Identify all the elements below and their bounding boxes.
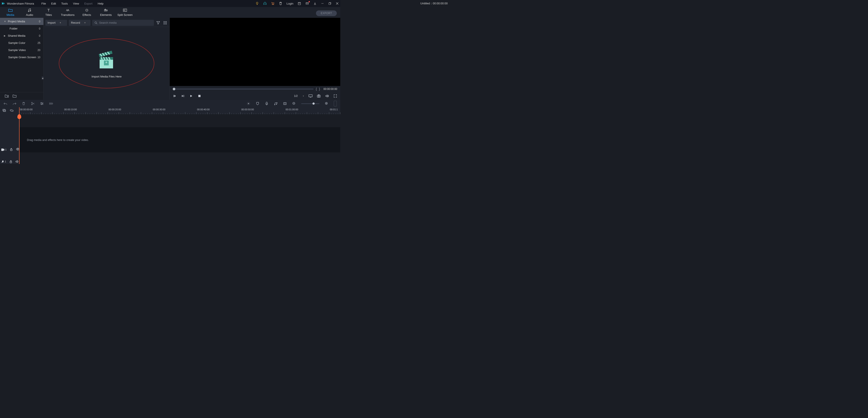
menu-file[interactable]: File xyxy=(39,1,48,6)
audio-track[interactable] xyxy=(19,152,340,161)
window-close-button[interactable] xyxy=(336,2,339,5)
ruler-mark: 00:00:40:00 xyxy=(197,108,210,111)
filter-icon[interactable] xyxy=(156,20,161,25)
step-back-icon[interactable] xyxy=(173,94,177,98)
menu-edit[interactable]: Edit xyxy=(49,1,58,6)
svg-rect-47 xyxy=(3,110,6,112)
link-icon[interactable] xyxy=(10,109,13,113)
voiceover-mic-icon[interactable] xyxy=(265,101,269,106)
delete-icon[interactable] xyxy=(22,101,26,106)
trash-icon[interactable] xyxy=(279,2,282,5)
tab-transitions[interactable]: Transitions xyxy=(59,8,76,18)
video-track-header[interactable]: 1 xyxy=(0,140,19,159)
tab-titles[interactable]: Titles xyxy=(40,8,57,18)
login-button[interactable]: Login xyxy=(286,2,293,5)
zoom-out-icon[interactable] xyxy=(292,101,296,106)
tab-split-screen[interactable]: Split Screen xyxy=(117,8,133,18)
zoom-in-icon[interactable] xyxy=(324,101,329,106)
volume-icon[interactable] xyxy=(325,94,329,98)
audio-track-header[interactable]: 1 xyxy=(0,159,19,164)
tab-effects[interactable]: Effects xyxy=(79,8,95,18)
split-scissors-icon[interactable] xyxy=(31,101,35,106)
sidebar-collapse-handle[interactable]: ◀ xyxy=(42,77,43,80)
playhead-grip[interactable] xyxy=(18,114,21,119)
menu-tools[interactable]: Tools xyxy=(59,1,70,6)
speaker-icon[interactable] xyxy=(16,160,19,163)
import-dropdown[interactable]: Import ▼ xyxy=(45,20,67,26)
import-drop-zone[interactable]: Import Media Files Here xyxy=(43,27,169,100)
message-icon[interactable] xyxy=(305,2,309,5)
chevron-down-icon: ▼ xyxy=(59,22,61,24)
save-icon[interactable] xyxy=(297,2,301,5)
mark-out-icon[interactable]: } xyxy=(319,87,320,91)
store-cart-icon[interactable] xyxy=(271,2,275,5)
tab-label: Effects xyxy=(83,13,91,17)
redo-icon[interactable] xyxy=(12,101,17,106)
new-folder-icon[interactable] xyxy=(5,94,9,98)
sidebar-item-sample-green-screen[interactable]: Sample Green Screen 10 xyxy=(0,54,43,61)
zoom-fit-button[interactable] xyxy=(334,101,337,107)
svg-point-38 xyxy=(248,103,249,104)
svg-rect-39 xyxy=(266,102,267,104)
svg-point-52 xyxy=(3,162,4,162)
tab-media[interactable]: Media xyxy=(2,8,19,18)
app-menu: File Edit Tools View Export Help xyxy=(39,1,106,6)
lock-icon[interactable] xyxy=(10,148,12,151)
timeline-ruler[interactable]: 00:00:00:00 00:00:10:00 00:00:20:00 00:0… xyxy=(19,107,340,114)
sidebar-item-project-media[interactable]: ▼ Project Media 0 xyxy=(0,18,43,25)
search-media-input[interactable] xyxy=(99,21,152,24)
tab-elements[interactable]: Elements xyxy=(98,8,114,18)
video-track-icon xyxy=(1,149,4,151)
sidebar-item-sample-video[interactable]: Sample Video 20 xyxy=(0,47,43,54)
display-icon[interactable] xyxy=(309,94,312,98)
color-wheel-icon[interactable] xyxy=(247,101,250,106)
audio-mixer-icon[interactable] xyxy=(274,101,278,106)
sidebar-item-folder[interactable]: Folder 0 xyxy=(0,25,43,32)
sidebar-item-shared-media[interactable]: ▶ Shared Media 0 xyxy=(0,32,43,39)
track-manager-icon[interactable] xyxy=(3,109,6,113)
mark-in-icon[interactable]: { xyxy=(316,87,317,91)
chevron-down-icon[interactable]: ▼ xyxy=(303,95,304,97)
tab-audio[interactable]: Audio xyxy=(21,8,38,18)
snapshot-icon[interactable] xyxy=(317,94,321,98)
preview-seek-thumb[interactable] xyxy=(173,88,175,90)
download-icon[interactable] xyxy=(313,2,317,5)
record-dropdown[interactable]: Record ▼ xyxy=(69,20,91,26)
search-media-field[interactable] xyxy=(92,20,154,26)
crop-icon[interactable] xyxy=(283,101,287,106)
video-track[interactable]: Drag media and effects here to create yo… xyxy=(19,127,340,152)
tips-bulb-icon[interactable] xyxy=(255,2,259,5)
marker-shield-icon[interactable] xyxy=(256,101,259,106)
render-icon[interactable] xyxy=(49,101,53,106)
svg-rect-16 xyxy=(166,21,167,22)
sidebar-item-count: 0 xyxy=(39,20,40,23)
fullscreen-icon[interactable] xyxy=(333,94,337,98)
video-track-index: 1 xyxy=(5,148,6,151)
zoom-slider-thumb[interactable] xyxy=(312,102,315,104)
timeline-body[interactable]: 00:00:00:00 00:00:10:00 00:00:20:00 00:0… xyxy=(19,107,340,164)
preview-seek-track[interactable] xyxy=(173,89,314,89)
window-maximize-button[interactable] xyxy=(328,2,332,5)
timeline-playhead[interactable] xyxy=(19,107,20,164)
elements-icon xyxy=(104,8,108,12)
play-icon[interactable] xyxy=(189,94,193,98)
menu-export: Export xyxy=(82,1,95,6)
support-headset-icon[interactable] xyxy=(263,2,267,5)
export-button[interactable]: EXPORT xyxy=(316,10,337,16)
stop-icon[interactable] xyxy=(197,94,202,98)
sidebar-item-sample-color[interactable]: Sample Color 25 xyxy=(0,39,43,47)
lock-icon[interactable] xyxy=(9,160,12,163)
menu-help[interactable]: Help xyxy=(95,1,106,6)
chevron-down-icon: ▼ xyxy=(4,20,6,23)
preview-quality[interactable]: 1/2 xyxy=(294,94,298,97)
adjust-sliders-icon[interactable] xyxy=(40,101,44,106)
undo-icon[interactable] xyxy=(3,101,7,106)
menu-view[interactable]: View xyxy=(71,1,81,6)
preview-screen xyxy=(170,18,340,86)
open-folder-icon[interactable] xyxy=(12,94,17,98)
sidebar-item-count: 20 xyxy=(37,49,40,52)
step-forward-icon[interactable] xyxy=(181,94,185,98)
window-minimize-button[interactable] xyxy=(321,2,324,5)
grid-view-icon[interactable] xyxy=(162,20,168,25)
zoom-slider[interactable] xyxy=(301,103,319,104)
